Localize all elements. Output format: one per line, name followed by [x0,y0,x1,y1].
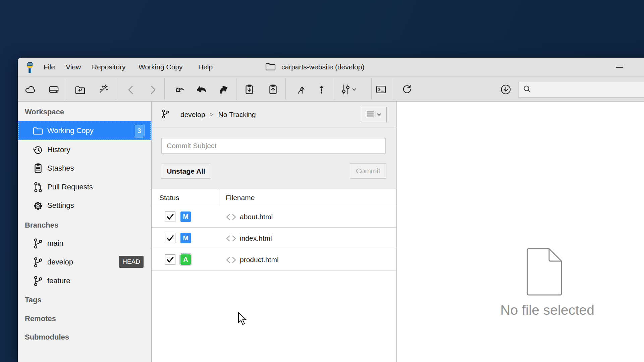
mouse-cursor-icon [238,312,247,326]
menu-item-working-copy[interactable]: Working Copy [139,58,183,76]
back-icon[interactable] [122,83,140,96]
stage-checkbox[interactable] [165,254,175,265]
sidebar-section-workspace[interactable]: Workspace [25,107,64,117]
column-header-filename[interactable]: Filename [226,189,255,206]
app-window: FileViewRepositoryWorking CopyHelp carpa… [18,58,644,362]
sidebar-item-label: main [47,234,63,253]
minimize-button[interactable] [616,67,623,68]
menu-bar: FileViewRepositoryWorking CopyHelp carpa… [18,58,644,77]
folder-open-icon [32,125,44,137]
toolbar-divider [236,78,236,100]
gear-icon [32,199,44,212]
forward-icon[interactable] [144,83,162,96]
open-repo-icon[interactable] [71,83,89,96]
table-row[interactable]: Aproduct.html [152,249,396,270]
sidebar-item-label: Stashes [47,159,74,178]
sidebar-item-label: develop [47,253,73,272]
sidebar-section-branches[interactable]: Branches [25,221,58,230]
staged-files-table: Status Filename Mabout.htmlMindex.htmlAp… [152,189,396,362]
status-badge: M [180,233,191,243]
file-preview-panel: No file selected [397,102,644,362]
filename-label: about.html [240,206,273,228]
stash-icon[interactable] [240,83,258,96]
menu-item-repository[interactable]: Repository [92,58,125,76]
sidebar-item-develop[interactable]: developHEAD [18,253,151,272]
sidebar-item-settings[interactable]: Settings [18,196,151,215]
local-drive-icon[interactable] [45,83,62,96]
commit-panel: develop > No Tracking [152,102,396,362]
history-icon [32,144,44,156]
sidebar-item-pull-requests[interactable]: Pull Requests [18,178,151,196]
refresh-icon[interactable] [398,83,415,96]
title-folder-icon [265,62,276,72]
sidebar-item-label: Settings [47,196,74,215]
magic-create-icon[interactable] [94,83,112,96]
sidebar-item-label: History [47,140,70,159]
unstage-all-button[interactable]: Unstage All [161,164,211,179]
compare-branches-icon[interactable] [339,83,357,96]
sidebar-section-submodules[interactable]: Submodules [25,333,69,342]
sourcetree-logo-icon [26,62,34,73]
share-icon[interactable] [170,83,188,96]
sidebar-item-stashes[interactable]: Stashes [18,159,151,178]
menu-item-view[interactable]: View [66,58,81,76]
sidebar-item-label: feature [47,272,70,290]
sidebar-item-main[interactable]: main [18,234,151,253]
git-branch-icon [160,108,170,121]
table-header: Status Filename [152,189,396,206]
toolbar-divider [285,78,286,100]
branch-breadcrumb-header: develop > No Tracking [152,102,396,127]
empty-file-icon [524,247,565,298]
no-file-selected-message: No file selected [397,302,644,318]
code-file-icon [226,235,236,243]
current-branch-label[interactable]: develop [180,111,205,119]
menu-item-help[interactable]: Help [198,58,213,76]
sidebar-item-working-copy[interactable]: Working Copy3 [18,121,151,140]
code-file-icon [226,257,236,264]
chevron-down-icon [377,112,381,118]
filename-label: product.html [240,249,279,270]
toolbar-divider [164,78,165,100]
git-branch-icon [32,275,44,287]
sidebar-item-feature[interactable]: feature [18,272,151,290]
head-badge: HEAD [119,256,144,268]
stage-checkbox[interactable] [165,212,175,222]
table-row[interactable]: Mabout.html [152,206,396,228]
pull-branch-icon[interactable] [292,83,310,96]
toolbar-divider [394,78,394,100]
toolbar-search-input[interactable] [519,82,644,98]
code-file-icon [226,214,236,222]
commit-subject-input[interactable] [161,138,386,154]
download-icon[interactable] [497,83,515,96]
column-header-status[interactable]: Status [159,189,179,206]
toolbar-divider [116,78,116,100]
fetch-icon[interactable] [313,83,330,96]
file-list-options-button[interactable] [361,107,387,122]
git-branch-icon [32,256,44,268]
sidebar-item-history[interactable]: History [18,140,151,159]
stashes-clipboard-icon [32,162,44,174]
sidebar-section-tags[interactable]: Tags [25,295,42,305]
unstash-icon[interactable] [264,83,282,96]
sidebar-item-label: Pull Requests [47,178,93,196]
hamburger-icon [366,111,374,118]
undo-icon[interactable] [193,83,210,96]
cloud-icon[interactable] [21,83,39,96]
column-divider [219,189,219,206]
stage-checkbox[interactable] [165,233,175,243]
menu-item-file[interactable]: File [44,58,55,76]
redo-icon[interactable] [215,83,232,96]
main-content: WorkspaceWorking Copy3HistoryStashesPull… [18,102,644,362]
terminal-icon[interactable] [372,83,390,96]
sidebar-section-remotes[interactable]: Remotes [25,314,56,323]
table-row[interactable]: Mindex.html [152,228,396,249]
toolbar [18,77,644,102]
toolbar-divider [67,78,67,100]
toolbar-divider [335,78,335,100]
window-title: carparts-website (develop) [281,63,364,71]
commit-button[interactable]: Commit [350,163,386,179]
search-icon [523,84,532,95]
working-copy-count-badge: 3 [135,125,144,137]
toolbar-divider [371,78,372,100]
tracking-status-label: No Tracking [218,111,256,119]
